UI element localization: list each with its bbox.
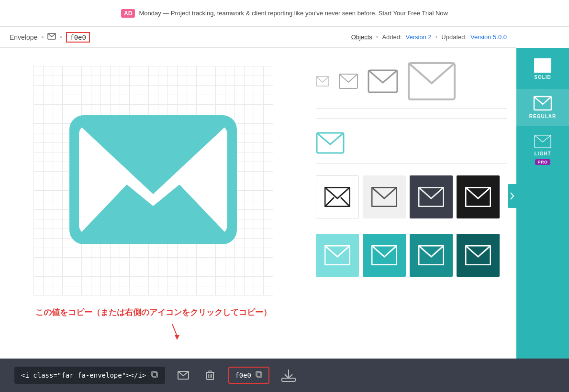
color-white-box[interactable] — [316, 175, 359, 218]
color-variants-teal — [316, 230, 507, 281]
bottom-envelope-icon[interactable] — [175, 367, 192, 384]
size-xs — [316, 76, 329, 87]
single-icon-row — [316, 128, 507, 164]
color-black-box[interactable] — [457, 175, 500, 218]
svg-line-5 — [172, 324, 177, 336]
left-panel: この値をコピー（または右側のアイコンをクリックしてコピー） — [0, 48, 306, 359]
pro-badge: PRO — [535, 159, 550, 165]
added-label: Added: — [382, 33, 402, 41]
right-sidebar: SOLID REGULAR LIGHT PRO — [516, 48, 569, 359]
breadcrumb-right: Objects • Added: Version 2 • Updated: Ve… — [351, 33, 507, 41]
sidebar-regular[interactable]: REGULAR — [516, 89, 569, 126]
color-teal-darkest-box[interactable] — [457, 234, 500, 277]
chevron-handle[interactable] — [508, 184, 516, 208]
bottom-trash-icon[interactable] — [201, 367, 219, 384]
updated-version: Version 5.0.0 — [470, 33, 507, 41]
color-teal-mid-box[interactable] — [363, 234, 406, 277]
svg-marker-6 — [175, 335, 179, 340]
code-snippet-text: <i class="far fa-envelope"></i> — [21, 371, 146, 379]
added-version: Version 2 — [406, 33, 432, 41]
breadcrumb-envelope-icon — [47, 33, 56, 41]
sidebar-light[interactable]: LIGHT PRO — [516, 128, 569, 172]
bottom-code-text: f0e0 — [235, 371, 251, 379]
color-darkgray-box[interactable] — [410, 175, 453, 218]
arrow-down-icon — [163, 322, 182, 341]
color-teal-dark-box[interactable] — [410, 234, 453, 277]
large-envelope-icon — [65, 110, 242, 251]
code-snippet: <i class="far fa-envelope"></i> — [14, 367, 165, 384]
breadcrumb-home[interactable]: Envelope — [10, 33, 37, 41]
color-variants-black — [316, 172, 507, 222]
download-icon[interactable] — [279, 366, 298, 385]
size-md — [368, 69, 398, 93]
code-snippet-copy-icon[interactable] — [151, 370, 158, 380]
breadcrumb-dot-1: • — [41, 33, 44, 41]
color-teal-light-box[interactable] — [316, 234, 359, 277]
main-area: この値をコピー（または右側のアイコンをクリックしてコピー） — [0, 48, 516, 359]
breadcrumb-code: f0e0 — [66, 32, 90, 43]
bottom-code-box: f0e0 — [228, 367, 269, 384]
ad-bar: AD Monday — Project tracking, teamwork &… — [0, 0, 569, 27]
sidebar-regular-label: REGULAR — [529, 114, 556, 119]
copy-instruction-text: この値をコピー（または右側のアイコンをクリックしてコピー） — [35, 307, 271, 318]
color-lightgray-box[interactable] — [363, 175, 406, 218]
ad-text: Monday — Project tracking, teamwork & cl… — [139, 10, 448, 17]
bottom-bar: <i class="far fa-envelope"></i> f0e0 — [0, 359, 569, 392]
ad-badge: AD — [121, 9, 135, 18]
size-lg — [408, 62, 456, 100]
right-panel — [306, 48, 516, 359]
breadcrumb-dot-2: • — [60, 33, 62, 41]
sidebar-solid-label: SOLID — [534, 75, 551, 80]
objects-link[interactable]: Objects — [351, 33, 372, 41]
bottom-copy-icon[interactable] — [255, 370, 263, 380]
breadcrumb-bar: Envelope • • f0e0 Objects • Added: Versi… — [0, 27, 516, 48]
sidebar-solid[interactable]: SOLID — [516, 53, 569, 87]
updated-label: Updated: — [441, 33, 467, 41]
sidebar-light-label: LIGHT — [535, 151, 551, 156]
size-variants-row — [316, 57, 507, 109]
size-sm — [339, 74, 358, 89]
svg-rect-31 — [209, 371, 212, 372]
